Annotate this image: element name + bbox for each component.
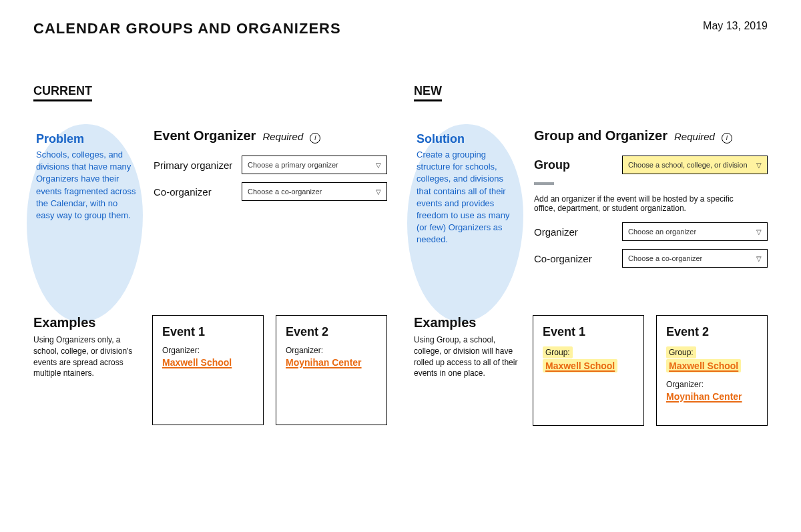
examples-title: Examples <box>414 315 521 330</box>
form-heading-new: Group and Organizer <box>534 128 668 144</box>
co-organizer-select[interactable]: Choose a co-organizer ▽ <box>242 182 387 201</box>
organizer-select[interactable]: Choose an organizer ▽ <box>622 222 768 241</box>
co-organizer-select[interactable]: Choose a co-organizer ▽ <box>622 249 768 268</box>
form-heading-current: Event Organizer <box>154 128 256 144</box>
divider <box>534 182 554 185</box>
organizer-label: Organizer: <box>666 380 758 389</box>
group-label: Group: <box>666 346 696 358</box>
group-organizer-form: Group and Organizer Required i Group Cho… <box>534 128 768 315</box>
organizer-link[interactable]: Moynihan Center <box>666 391 742 402</box>
examples-new: Examples Using Group, a school, college,… <box>414 315 521 426</box>
select-placeholder: Choose a co-organizer <box>628 254 702 262</box>
card-title: Event 1 <box>162 325 254 339</box>
group-label: Group <box>534 158 614 172</box>
event-card-1-new: Event 1 Group: Maxwell School <box>533 315 644 426</box>
problem-body: Schools, colleges, and divisions that ha… <box>36 149 138 222</box>
group-label: Group: <box>543 346 573 358</box>
chevron-down-icon: ▽ <box>756 162 762 169</box>
event-card-1-current: Event 1 Organizer: Maxwell School <box>152 315 264 425</box>
select-placeholder: Choose a school, college, or division <box>628 161 748 169</box>
select-placeholder: Choose a primary organizer <box>248 161 338 169</box>
group-link[interactable]: Maxwell School <box>543 359 617 372</box>
chevron-down-icon: ▽ <box>756 255 762 262</box>
co-organizer-label: Co-organizer <box>534 253 614 264</box>
organizer-link[interactable]: Moynihan Center <box>286 357 362 368</box>
select-placeholder: Choose a co-organizer <box>248 188 322 196</box>
chevron-down-icon: ▽ <box>376 188 381 196</box>
solution-annotation: Solution Create a grouping structure for… <box>414 128 521 315</box>
primary-organizer-label: Primary organizer <box>154 160 234 171</box>
page-title: CALENDAR GROUPS AND ORGANIZERS <box>33 20 341 37</box>
examples-body: Using Group, a school, college, or divis… <box>414 334 521 379</box>
chevron-down-icon: ▽ <box>376 162 381 169</box>
card-title: Event 2 <box>666 325 758 339</box>
event-card-2-new: Event 2 Group: Maxwell School Organizer:… <box>656 315 768 426</box>
chevron-down-icon: ▽ <box>756 228 762 236</box>
required-label: Required <box>674 131 715 142</box>
select-placeholder: Choose an organizer <box>628 228 696 236</box>
examples-current: Examples Using Organizers only, a school… <box>33 315 140 425</box>
co-organizer-label: Co-organizer <box>154 186 234 198</box>
organizer-label: Organizer: <box>162 346 254 355</box>
new-column: NEW Solution Create a grouping structure… <box>414 84 768 426</box>
page-date: May 13, 2019 <box>703 20 768 32</box>
solution-body: Create a grouping structure for schools,… <box>417 149 518 246</box>
primary-organizer-select[interactable]: Choose a primary organizer ▽ <box>242 156 387 174</box>
event-card-2-current: Event 2 Organizer: Moynihan Center <box>276 315 387 425</box>
organizer-label: Organizer <box>534 226 614 238</box>
info-icon[interactable]: i <box>722 133 732 144</box>
section-label-current: CURRENT <box>33 84 92 101</box>
helper-text: Add an organizer if the event will be ho… <box>534 194 748 213</box>
solution-title: Solution <box>417 132 518 146</box>
event-organizer-form: Event Organizer Required i Primary organ… <box>154 128 387 315</box>
group-link[interactable]: Maxwell School <box>666 359 741 372</box>
section-label-new: NEW <box>414 84 442 101</box>
examples-title: Examples <box>33 315 140 330</box>
organizer-link[interactable]: Maxwell School <box>162 357 232 368</box>
current-column: CURRENT Problem Schools, colleges, and d… <box>33 84 387 426</box>
required-label: Required <box>262 131 303 142</box>
examples-body: Using Organizers only, a school, college… <box>33 334 140 379</box>
problem-annotation: Problem Schools, colleges, and divisions… <box>33 128 140 315</box>
card-title: Event 1 <box>543 325 634 339</box>
info-icon[interactable]: i <box>310 133 320 144</box>
group-select[interactable]: Choose a school, college, or division ▽ <box>622 156 768 174</box>
problem-title: Problem <box>36 132 138 146</box>
organizer-label: Organizer: <box>286 346 377 355</box>
card-title: Event 2 <box>286 325 377 339</box>
